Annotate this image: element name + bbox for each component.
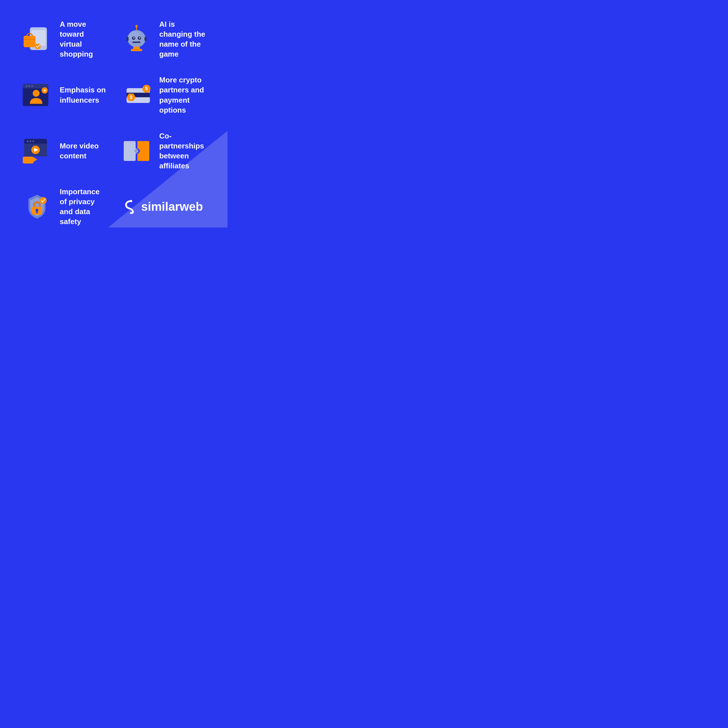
privacy-icon xyxy=(20,193,54,221)
item-influencers: ★ Emphasis on influencers xyxy=(14,67,114,123)
item-text-ai-changing: AI is changing the name of the game xyxy=(159,19,208,59)
item-video-content: More video content xyxy=(14,123,114,179)
video-icon xyxy=(20,137,54,165)
svg-point-10 xyxy=(139,37,140,38)
logo-icon xyxy=(124,200,138,214)
svg-point-33 xyxy=(27,141,28,142)
item-ai-changing: AI is changing the name of the game xyxy=(114,11,213,67)
svg-text:★: ★ xyxy=(43,88,47,93)
svg-point-23 xyxy=(33,90,40,97)
svg-text:₿: ₿ xyxy=(130,95,132,99)
svg-rect-2 xyxy=(24,36,35,47)
svg-point-4 xyxy=(35,43,41,49)
svg-point-9 xyxy=(133,37,135,38)
item-crypto: $ ₿ More crypto partners and payment opt… xyxy=(114,67,213,123)
svg-marker-40 xyxy=(34,157,37,162)
item-text-video-content: More video content xyxy=(60,141,108,161)
shopping-icon xyxy=(20,25,54,54)
similarweb-logo: similarweb xyxy=(124,200,203,214)
logo-text: similarweb xyxy=(141,200,203,214)
svg-point-45 xyxy=(135,149,139,153)
item-text-virtual-shopping: A move toward virtual shopping xyxy=(60,19,108,59)
puzzle-icon xyxy=(119,137,154,165)
influencer-icon: ★ xyxy=(20,81,54,110)
item-text-privacy: Importance of privacy and data safety xyxy=(60,187,108,226)
robot-icon xyxy=(119,25,154,54)
svg-rect-14 xyxy=(127,37,128,41)
item-text-crypto: More crypto partners and payment options xyxy=(159,75,208,115)
logo-area: similarweb xyxy=(114,179,213,228)
item-text-co-partnerships: Co-partnerships between affiliates xyxy=(159,131,208,171)
svg-rect-11 xyxy=(133,41,141,43)
svg-point-47 xyxy=(40,197,47,204)
svg-point-35 xyxy=(32,141,34,142)
crypto-icon: $ ₿ xyxy=(119,81,154,110)
item-text-influencers: Emphasis on influencers xyxy=(60,85,108,105)
svg-point-21 xyxy=(28,85,30,87)
svg-point-6 xyxy=(129,31,141,41)
svg-point-34 xyxy=(29,141,31,142)
svg-text:$: $ xyxy=(145,86,148,91)
svg-point-22 xyxy=(31,85,33,87)
svg-rect-39 xyxy=(23,157,34,164)
svg-point-20 xyxy=(26,85,27,87)
svg-point-51 xyxy=(130,200,132,202)
item-privacy: Importance of privacy and data safety xyxy=(14,179,114,228)
svg-rect-17 xyxy=(131,49,142,51)
svg-point-48 xyxy=(35,209,38,211)
svg-rect-49 xyxy=(36,211,38,213)
item-virtual-shopping: A move toward virtual shopping xyxy=(14,11,114,67)
svg-rect-15 xyxy=(144,37,147,41)
item-co-partnerships: Co-partnerships between affiliates xyxy=(114,123,213,179)
svg-point-13 xyxy=(135,25,138,27)
